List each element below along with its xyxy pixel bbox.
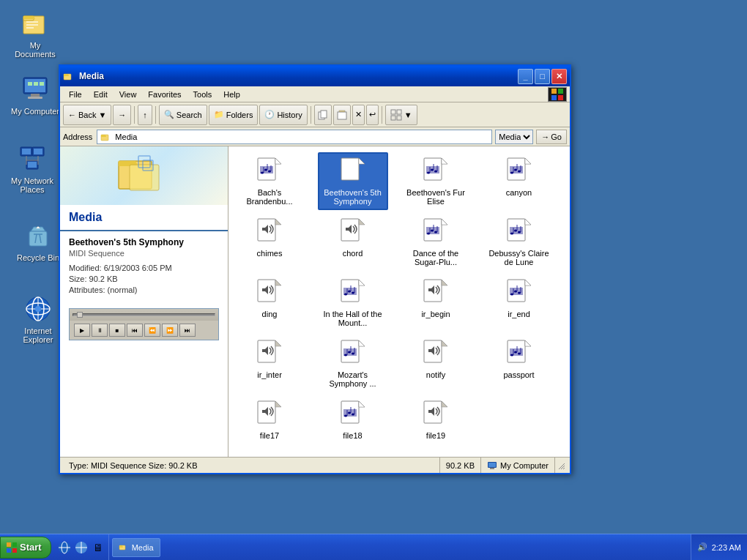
media-seek-thumb[interactable]	[77, 312, 83, 318]
views-button[interactable]: ▼	[385, 105, 417, 125]
recycle-icon	[23, 221, 53, 250]
svg-point-165	[352, 292, 354, 294]
file-item-name: notify	[426, 370, 445, 379]
desktop-icon-network[interactable]: My Network Places	[3, 141, 62, 197]
address-field[interactable]: Media	[97, 130, 492, 144]
taskbar-item-media[interactable]: Media	[112, 538, 160, 557]
file-item[interactable]: Dance of the Sugar-Plu...	[401, 213, 471, 271]
midi-file-icon	[505, 339, 534, 368]
file-item[interactable]: Debussy's Claire de Lune	[484, 213, 554, 271]
file-area[interactable]: Bach's Brandenbu... Beethoven's 5th Symp…	[228, 146, 570, 457]
desktop-icon-my-documents[interactable]: My Documents	[6, 6, 64, 61]
file-item[interactable]: Bach's Brandenbu...	[234, 152, 305, 210]
maximize-button[interactable]: □	[535, 69, 550, 84]
menu-view[interactable]: View	[114, 89, 143, 100]
file-item-name: ir_begin	[421, 310, 450, 318]
ql-ie-button[interactable]	[57, 540, 72, 555]
file-item[interactable]: canyon	[484, 152, 554, 210]
audio-file-icon	[421, 400, 450, 429]
fast-forward-button[interactable]: ⏩	[162, 324, 178, 337]
file-item[interactable]: passport	[484, 335, 554, 392]
skip-back-button[interactable]: ⏮	[127, 324, 143, 337]
file-item[interactable]: file18	[318, 395, 388, 444]
taskbar: Start 🖥 Media 🔊 2:23 AM	[0, 534, 747, 560]
file-item-name: file19	[426, 431, 445, 440]
ql-desktop-button[interactable]: 🖥	[91, 540, 105, 555]
forward-button[interactable]: →	[113, 105, 131, 125]
midi-file-icon	[338, 278, 368, 307]
play-button[interactable]: ▶	[74, 324, 90, 337]
file-item[interactable]: file17	[234, 395, 305, 444]
close-button[interactable]: ✕	[551, 69, 567, 84]
menubar: File Edit View Favorites Tools Help	[60, 86, 570, 102]
search-button[interactable]: 🔍 Search	[159, 105, 207, 125]
file-item[interactable]: In the Hall of the Mount...	[318, 274, 388, 332]
file-item[interactable]: Mozart's Symphony ...	[318, 335, 388, 392]
file-item[interactable]: Beethoven's Fur Elise	[401, 152, 471, 210]
media-seek-bar[interactable]	[70, 309, 218, 321]
menu-favorites[interactable]: Favorites	[142, 89, 187, 100]
svg-rect-12	[40, 82, 44, 86]
start-button[interactable]: Start	[0, 537, 51, 559]
file-item[interactable]: chimes	[234, 213, 305, 271]
go-button[interactable]: → Go	[536, 130, 567, 144]
copy-button[interactable]	[314, 105, 332, 125]
svg-point-93	[434, 171, 437, 173]
svg-point-78	[352, 171, 354, 173]
file-item[interactable]: Beethoven's 5th Symphony	[318, 152, 388, 210]
paste-button[interactable]	[333, 105, 351, 125]
go-arrow-icon: →	[541, 132, 549, 141]
file-item[interactable]: ir_inter	[234, 335, 305, 392]
svg-point-239	[348, 412, 351, 414]
file-item[interactable]: notify	[401, 335, 471, 392]
file-item[interactable]: ding	[234, 274, 305, 332]
media-controls: ▶ ⏸ ■ ⏮ ⏪ ⏩ ⏭	[70, 321, 218, 340]
svg-point-241	[352, 414, 354, 416]
menu-edit[interactable]: Edit	[88, 89, 114, 100]
file-item[interactable]: chord	[318, 213, 388, 271]
menu-tools[interactable]: Tools	[187, 89, 218, 100]
skip-forward-button[interactable]: ⏭	[179, 324, 196, 337]
svg-rect-8	[31, 94, 40, 97]
minimize-button[interactable]: _	[518, 69, 533, 84]
windows-logo-button[interactable]	[548, 87, 567, 102]
taskbar-tray: 🔊 2:23 AM	[691, 534, 747, 560]
go-label: Go	[551, 132, 562, 141]
svg-point-201	[348, 351, 351, 354]
left-panel: Media Beethoven's 5th Symphony MIDI Sequ…	[60, 146, 228, 457]
file-item[interactable]: file19	[401, 395, 471, 444]
file-item-name: canyon	[506, 188, 532, 197]
start-label: Start	[20, 542, 42, 553]
rewind-button[interactable]: ⏪	[144, 324, 160, 337]
folders-button[interactable]: 📁 Folders	[209, 105, 259, 125]
up-button[interactable]: ↑	[138, 105, 152, 125]
delete-button[interactable]: ✕	[352, 105, 365, 125]
svg-rect-4	[26, 24, 38, 26]
stop-button[interactable]: ■	[109, 324, 125, 337]
file-item[interactable]: ir_end	[484, 274, 554, 332]
desktop-icon-my-computer[interactable]: My Computer	[6, 72, 64, 119]
address-label: Address	[63, 132, 92, 141]
toolbar: ← Back ▼ → ↑ 🔍 Search 📁 Folders 🕐	[60, 102, 570, 127]
svg-rect-42	[397, 116, 401, 120]
file-item[interactable]: ir_begin	[401, 274, 471, 332]
svg-point-76	[348, 169, 351, 171]
address-dropdown[interactable]: Media	[495, 130, 533, 144]
up-arrow-icon: ↑	[143, 111, 147, 119]
ql-browser-button[interactable]	[74, 540, 89, 555]
network-icon	[18, 144, 47, 173]
pause-button[interactable]: ⏸	[92, 324, 108, 337]
status-resize-handle[interactable]	[555, 458, 567, 473]
history-button[interactable]: 🕐 History	[259, 105, 307, 125]
titlebar[interactable]: Media _ □ ✕	[60, 66, 570, 86]
file-item-name: file17	[260, 431, 279, 440]
selected-file-attributes: Attributes: (normal)	[69, 285, 219, 294]
menu-help[interactable]: Help	[218, 89, 246, 100]
media-seek-track[interactable]	[73, 313, 215, 316]
volume-icon[interactable]: 🔊	[697, 542, 707, 552]
menu-file[interactable]: File	[63, 89, 88, 100]
undo-button[interactable]: ↩	[366, 105, 379, 125]
svg-rect-34	[558, 95, 563, 100]
back-button[interactable]: ← Back ▼	[63, 105, 111, 125]
window-title-icon	[63, 70, 75, 82]
